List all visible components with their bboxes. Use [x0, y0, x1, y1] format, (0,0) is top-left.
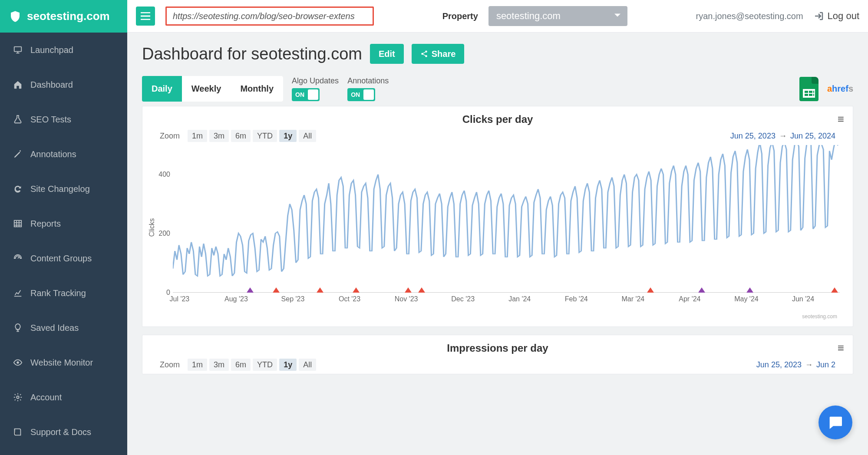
x-tick: Mar '24	[621, 295, 644, 303]
x-tick: Jan '24	[508, 295, 531, 303]
zoom-3m[interactable]: 3m	[209, 130, 229, 142]
sidebar-item-label: Rank Tracking	[30, 288, 86, 298]
edit-button[interactable]: Edit	[370, 44, 404, 64]
main-content: Dashboard for seotesting.com Edit Share …	[127, 33, 868, 455]
clicks-chart-title: Clicks per day	[462, 113, 533, 125]
zoom-ytd[interactable]: YTD	[253, 130, 277, 142]
sidebar-item-label: Dashboard	[30, 80, 73, 90]
chat-icon	[827, 414, 844, 431]
zoom-all[interactable]: All	[299, 130, 316, 142]
x-tick: Feb '24	[565, 295, 588, 303]
sidebar-item-saved-ideas[interactable]: Saved Ideas	[0, 310, 127, 345]
property-select[interactable]: seotesting.com	[488, 6, 627, 26]
chat-button[interactable]	[818, 406, 852, 439]
sidebar-item-website-monitor[interactable]: Website Monitor	[0, 345, 127, 380]
clicks-date-range[interactable]: Jun 25, 2023→Jun 25, 2024	[730, 132, 835, 141]
annotations-toggle[interactable]: ON	[347, 88, 375, 101]
sidebar-item-support-docs[interactable]: Support & Docs	[0, 415, 127, 449]
x-tick: Apr '24	[679, 295, 700, 303]
impressions-chart-card: Impressions per day ≡ Zoom 1m 3m 6m YTD …	[142, 335, 853, 374]
x-tick: Dec '23	[451, 295, 475, 303]
x-tick: Jun '24	[792, 295, 814, 303]
control-strip: DailyWeeklyMonthly Algo Updates ON Annot…	[142, 76, 853, 102]
svg-point-2	[17, 361, 19, 364]
share-icon	[420, 50, 428, 58]
sidebar-item-label: Annotations	[30, 149, 76, 159]
sidebar-item-label: SEO Tests	[30, 115, 71, 125]
period-tab-weekly[interactable]: Weekly	[182, 76, 231, 102]
impressions-date-range[interactable]: Jun 25, 2023→Jun 2	[756, 360, 835, 369]
x-tick: May '24	[734, 295, 759, 303]
sidebar: seotesting.com LaunchpadDashboardSEO Tes…	[0, 0, 127, 455]
logout-icon	[814, 11, 824, 21]
sidebar-item-label: Launchpad	[30, 45, 73, 55]
x-tick: Nov '23	[395, 295, 418, 303]
chart-menu-button[interactable]: ≡	[838, 341, 843, 355]
algo-update-marker[interactable]	[273, 284, 280, 293]
zoom-1m[interactable]: 1m	[188, 359, 207, 371]
sidebar-item-account[interactable]: Account	[0, 380, 127, 415]
zoom-ytd[interactable]: YTD	[253, 359, 277, 371]
annotation-marker[interactable]	[746, 284, 753, 293]
sidebar-item-dashboard[interactable]: Dashboard	[0, 67, 127, 102]
sidebar-item-annotations[interactable]: Annotations	[0, 137, 127, 171]
clicks-chart-card: Clicks per day ≡ Zoom 1m 3m 6m YTD 1y Al…	[142, 106, 853, 327]
ahrefs-icon[interactable]: ahrefs	[827, 84, 853, 94]
flask-icon	[13, 115, 23, 124]
algo-update-marker[interactable]	[647, 284, 654, 293]
property-label: Property	[442, 11, 478, 21]
brand-logo[interactable]: seotesting.com	[0, 0, 127, 33]
chart-menu-button[interactable]: ≡	[838, 112, 843, 126]
annotation-marker[interactable]	[698, 284, 705, 293]
period-tabs: DailyWeeklyMonthly	[142, 76, 283, 102]
zoom-label: Zoom	[160, 360, 180, 369]
table-icon	[13, 219, 23, 228]
zoom-all[interactable]: All	[299, 359, 316, 371]
clicks-chart[interactable]: Clicks 0200400 Jul '23Aug '23Sep '23Oct …	[173, 145, 840, 310]
annotation-marker[interactable]	[247, 284, 254, 293]
gauge-icon	[13, 254, 23, 263]
algo-update-marker[interactable]	[418, 284, 425, 293]
refresh-icon	[13, 184, 23, 194]
sidebar-item-label: Support & Docs	[30, 427, 91, 437]
google-sheets-icon[interactable]	[799, 77, 818, 101]
annotations-label: Annotations	[347, 76, 389, 86]
algo-updates-label: Algo Updates	[292, 76, 339, 86]
x-tick: Jul '23	[169, 295, 189, 303]
book-icon	[13, 427, 23, 437]
zoom-6m[interactable]: 6m	[231, 359, 251, 371]
home-icon	[13, 80, 23, 89]
algo-updates-toggle[interactable]: ON	[292, 88, 320, 101]
sidebar-item-seo-tests[interactable]: SEO Tests	[0, 102, 127, 137]
sidebar-item-site-changelog[interactable]: Site Changelog	[0, 171, 127, 206]
share-button[interactable]: Share	[412, 44, 465, 64]
algo-update-marker[interactable]	[405, 284, 412, 293]
y-tick: 200	[158, 230, 170, 237]
algo-update-marker[interactable]	[317, 284, 323, 293]
pencil-icon	[13, 149, 23, 159]
bulb-icon	[13, 323, 23, 333]
menu-toggle-button[interactable]	[136, 7, 155, 26]
algo-update-marker[interactable]	[831, 284, 838, 293]
url-input[interactable]: https://seotesting.com/blog/seo-browser-…	[165, 7, 374, 26]
sidebar-item-reports[interactable]: Reports	[0, 206, 127, 241]
chart-credit: seotesting.com	[802, 313, 837, 320]
svg-point-4	[421, 53, 423, 55]
logout-button[interactable]: Log out	[814, 10, 859, 22]
sidebar-item-rank-tracking[interactable]: Rank Tracking	[0, 276, 127, 310]
svg-point-3	[17, 396, 19, 399]
zoom-6m[interactable]: 6m	[231, 130, 251, 142]
period-tab-monthly[interactable]: Monthly	[231, 76, 283, 102]
user-email: ryan.jones@seotesting.com	[696, 11, 803, 21]
svg-rect-1	[14, 221, 22, 227]
sidebar-item-content-groups[interactable]: Content Groups	[0, 241, 127, 276]
chart-icon	[13, 288, 23, 298]
zoom-1y[interactable]: 1y	[279, 359, 297, 371]
zoom-1m[interactable]: 1m	[188, 130, 207, 142]
impressions-chart-title: Impressions per day	[447, 342, 548, 354]
sidebar-item-launchpad[interactable]: Launchpad	[0, 33, 127, 67]
algo-update-marker[interactable]	[353, 284, 360, 293]
zoom-1y[interactable]: 1y	[279, 130, 297, 142]
zoom-3m[interactable]: 3m	[209, 359, 229, 371]
period-tab-daily[interactable]: Daily	[142, 76, 182, 102]
